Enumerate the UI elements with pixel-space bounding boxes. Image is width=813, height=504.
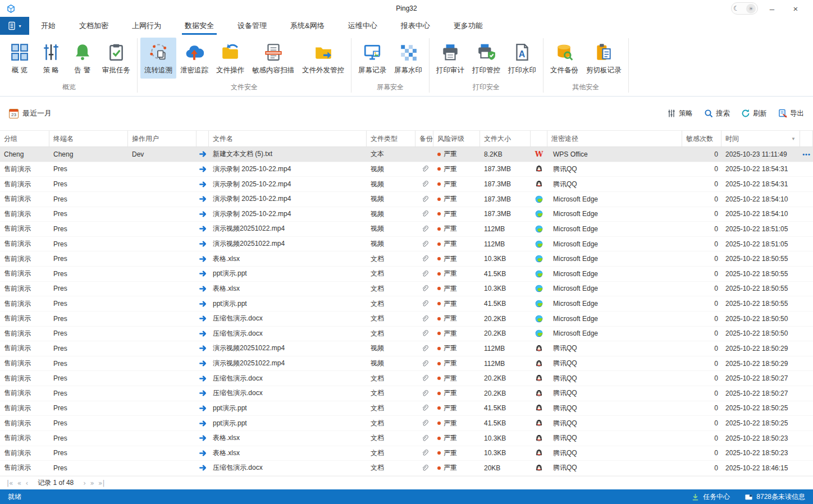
prev-jump-icon[interactable]: «	[16, 479, 22, 487]
column-header-时间[interactable]: 时间▼	[721, 131, 800, 146]
table-row[interactable]: 售前演示Pres演示视频20251022.mp4视频严重112MBMicroso…	[0, 237, 813, 252]
cell-terminal: Pres	[49, 251, 128, 266]
last-page-icon[interactable]: »|	[97, 479, 106, 487]
cell-channel: 腾讯QQ	[547, 356, 682, 371]
ribbon-button-打印水印[interactable]: A打印水印	[504, 38, 540, 79]
prev-page-icon[interactable]: ‹	[24, 479, 29, 487]
ribbon-button-流转追溯[interactable]: 流转追溯	[140, 38, 176, 79]
table-row[interactable]: 售前演示Pres压缩包演示.docx文档严重20.2KBMicrosoft Ed…	[0, 327, 813, 342]
time-filter-dropdown-icon[interactable]: ▼	[791, 136, 796, 141]
tab-设备管理[interactable]: 设备管理	[226, 17, 278, 35]
ribbon-button-屏幕水印[interactable]: 屏幕水印	[390, 38, 426, 79]
table-row[interactable]: 售前演示Presppt演示.ppt文档严重41.5KBMicrosoft Edg…	[0, 296, 813, 311]
column-header-风险评级[interactable]: 风险评级	[433, 131, 480, 146]
row-more-button[interactable]: •••	[802, 151, 811, 158]
table-row[interactable]: 售前演示Pres演示录制 2025-10-22.mp4视频严重187.3MB腾讯…	[0, 162, 813, 177]
cell-terminal: Pres	[49, 416, 128, 430]
tab-更多功能[interactable]: 更多功能	[442, 17, 495, 35]
table-row[interactable]: 售前演示Pres表格.xlsx文档严重10.3KBMicrosoft Edge0…	[0, 251, 813, 267]
ribbon-button-文件操作[interactable]: 文件操作	[212, 38, 248, 79]
ribbon-button-告警[interactable]: 告 警	[67, 38, 98, 79]
table-row[interactable]: 售前演示Presppt演示.ppt文档严重41.5KBMicrosoft Edg…	[0, 267, 813, 282]
column-header-终端名[interactable]: 终端名	[49, 131, 128, 146]
table-row[interactable]: 售前演示Pres压缩包演示.docx文档严重20.2KBMicrosoft Ed…	[0, 311, 813, 327]
policy-filter-button[interactable]: 策略	[667, 109, 693, 118]
next-jump-icon[interactable]: »	[89, 479, 95, 487]
ribbon-button-概览[interactable]: 概 览	[4, 38, 35, 79]
ribbon-button-审批任务[interactable]: 审批任务	[98, 38, 134, 79]
column-header-操作用户[interactable]: 操作用户	[128, 131, 197, 146]
open-file-arrow-icon	[199, 359, 207, 368]
cell-filename: 演示录制 2025-10-22.mp4	[209, 162, 367, 177]
table-row[interactable]: 售前演示Pres表格.xlsx文档严重10.3KB腾讯QQ02025-10-22…	[0, 431, 813, 446]
cell-user	[128, 282, 197, 296]
cell-filename: 演示录制 2025-10-22.mp4	[209, 207, 367, 222]
tab-文档加密[interactable]: 文档加密	[67, 17, 120, 35]
search-button[interactable]: 搜索	[704, 109, 730, 118]
paperclip-icon	[421, 374, 428, 382]
ribbon-button-敏感内容扫描[interactable]: 敏感内容扫描	[248, 38, 298, 79]
column-header-泄密途径[interactable]: 泄密途径	[547, 131, 682, 146]
ribbon-button-屏幕记录[interactable]: 屏幕记录	[354, 38, 390, 79]
tab-开始[interactable]: 开始	[29, 17, 67, 35]
ribbon-button-策略[interactable]: 策 略	[35, 38, 67, 79]
app-menu-button[interactable]: ▾	[0, 17, 29, 35]
table-row[interactable]: 售前演示Pres压缩包演示.docx文档严重20KB腾讯QQ02025-10-2…	[0, 461, 813, 476]
table-row[interactable]: 售前演示Presppt演示.ppt文档严重41.5KB腾讯QQ02025-10-…	[0, 416, 813, 431]
cell-filesize: 10.3KB	[480, 446, 531, 461]
cell-backup	[415, 386, 433, 401]
refresh-button[interactable]: 刷新	[741, 109, 767, 118]
ribbon-button-泄密追踪[interactable]: 泄密追踪	[176, 38, 212, 79]
cell-more	[800, 416, 813, 430]
table-row[interactable]: 售前演示Pres表格.xlsx文档严重10.3KBMicrosoft Edge0…	[0, 282, 813, 297]
severity-dot	[437, 347, 441, 350]
column-header-文件大小[interactable]: 文件大小	[480, 131, 531, 146]
first-page-icon[interactable]: |«	[6, 479, 14, 487]
cell-risk: 严重	[433, 251, 480, 266]
table-row[interactable]: 售前演示Pres演示录制 2025-10-22.mp4视频严重187.3MBMi…	[0, 192, 813, 207]
table-row[interactable]: 售前演示Pres演示视频20251022.mp4视频严重112MB腾讯QQ020…	[0, 356, 813, 372]
ribbon-button-文件外发管控[interactable]: 文件外发管控	[298, 38, 348, 79]
table-row[interactable]: ChengChengDev新建文本文档 (5).txt文本严重8.2KBWWPS…	[0, 147, 813, 162]
ribbon-button-打印管控[interactable]: 打印管控	[468, 38, 504, 79]
cell-time: 2025-10-22 18:50:25	[721, 416, 800, 430]
cell-count: 0	[682, 371, 721, 386]
cell-filetype: 文档	[367, 401, 415, 416]
table-row[interactable]: 售前演示Pres演示录制 2025-10-22.mp4视频严重187.3MBMi…	[0, 207, 813, 222]
ribbon-button-剪切板记录[interactable]: 剪切板记录	[582, 38, 625, 79]
cell-filename: 压缩包演示.docx	[209, 311, 367, 326]
tab-报表中心[interactable]: 报表中心	[389, 17, 442, 35]
paperclip-icon	[421, 195, 428, 203]
tab-系统&网络[interactable]: 系统&网络	[278, 17, 336, 35]
cell-group: 售前演示	[0, 251, 49, 266]
task-center-button[interactable]: 任务中心	[691, 492, 730, 502]
tab-运维中心[interactable]: 运维中心	[336, 17, 389, 35]
cell-channel: 腾讯QQ	[547, 341, 682, 356]
column-header-分组[interactable]: 分组	[0, 131, 49, 146]
table-row[interactable]: 售前演示Pres演示录制 2025-10-22.mp4视频严重187.3MB腾讯…	[0, 177, 813, 192]
column-header-文件类型[interactable]: 文件类型	[367, 131, 415, 146]
cell-count: 0	[682, 162, 721, 177]
tab-上网行为[interactable]: 上网行为	[120, 17, 173, 35]
ribbon-button-文件备份[interactable]: 文件备份	[546, 38, 582, 79]
ribbon-toolbar: 概 览策 略告 警审批任务概览流转追溯泄密追踪文件操作敏感内容扫描文件外发管控文…	[0, 35, 813, 97]
table-row[interactable]: 售前演示Pres演示视频20251022.mp4视频严重112MBMicroso…	[0, 222, 813, 237]
next-page-icon[interactable]: ›	[82, 479, 87, 487]
unread-messages-button[interactable]: 8728条未读信息	[745, 492, 805, 502]
cell-backup	[415, 371, 433, 386]
cell-risk: 严重	[433, 267, 480, 281]
table-row[interactable]: 售前演示Pres表格.xlsx文档严重10.3KB腾讯QQ02025-10-22…	[0, 446, 813, 461]
date-range-filter[interactable]: 23 最近一月	[9, 108, 52, 118]
export-button[interactable]: 导出	[778, 109, 804, 118]
column-header-文件名[interactable]: 文件名	[209, 131, 367, 146]
cell-more	[800, 401, 813, 416]
tab-数据安全[interactable]: 数据安全	[173, 17, 226, 35]
ribbon-button-打印审计[interactable]: 打印审计	[432, 38, 468, 79]
table-row[interactable]: 售前演示Pres演示视频20251022.mp4视频严重112MB腾讯QQ020…	[0, 341, 813, 356]
table-row[interactable]: 售前演示Pres压缩包演示.docx文档严重20.2KB腾讯QQ02025-10…	[0, 371, 813, 386]
table-row[interactable]: 售前演示Pres压缩包演示.docx文档严重20.2KB腾讯QQ02025-10…	[0, 386, 813, 401]
column-header-敏感次数[interactable]: 敏感次数	[682, 131, 721, 146]
table-row[interactable]: 售前演示Presppt演示.ppt文档严重41.5KB腾讯QQ02025-10-…	[0, 401, 813, 416]
column-header-备份[interactable]: 备份	[415, 131, 433, 146]
severity-dot	[437, 362, 441, 365]
